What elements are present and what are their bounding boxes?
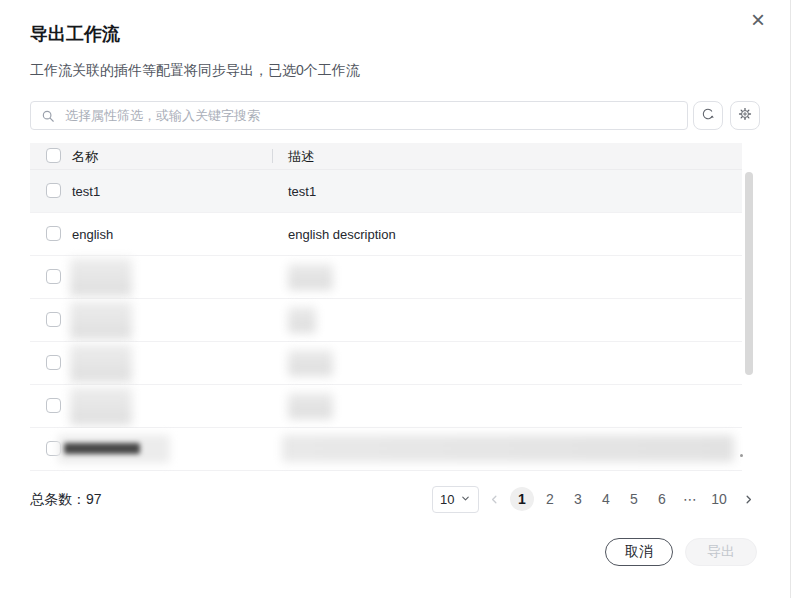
cancel-button[interactable]: 取消 [605,538,673,566]
pagination-ellipsis[interactable]: ⋯ [678,487,702,511]
close-icon[interactable]: × [744,6,772,34]
chevron-down-icon [460,492,471,507]
dialog-title: 导出工作流 [30,22,120,46]
table-row[interactable] [30,385,742,428]
column-header-name: 名称 [72,148,98,166]
page-button-5[interactable]: 5 [622,487,646,511]
refresh-button[interactable] [693,101,723,130]
total-count-value: 97 [86,491,102,507]
redacted-name [70,258,132,296]
select-all-checkbox[interactable] [46,148,61,163]
total-count: 总条数：97 [30,491,102,509]
table-row[interactable] [30,342,742,385]
table-row[interactable] [30,256,742,299]
row-checkbox[interactable] [46,269,61,284]
chevron-right-icon [742,493,755,506]
row-desc: test1 [288,184,316,199]
refresh-icon [700,106,716,126]
settings-button[interactable] [730,101,760,130]
search-box[interactable] [30,101,688,130]
chevron-left-icon [488,493,501,506]
search-input[interactable] [63,107,687,124]
redacted-name-text [64,443,140,454]
page-button-4[interactable]: 4 [594,487,618,511]
redacted-name [70,301,132,339]
export-button[interactable]: 导出 [685,538,757,566]
workflow-table: 名称 描述 test1 test1 english english descri… [30,143,742,471]
table-row[interactable] [30,299,742,342]
row-checkbox[interactable] [46,355,61,370]
redacted-desc [282,435,734,462]
export-workflow-dialog: × 导出工作流 工作流关联的插件等配置将同步导出，已选0个工作流 [0,0,791,598]
page-size-value: 10 [440,492,454,507]
page-button-2[interactable]: 2 [538,487,562,511]
pagination: 1 2 3 4 5 6 ⋯ 10 [482,487,760,511]
row-checkbox[interactable] [46,183,61,198]
table-scrollbar-thumb[interactable] [745,172,753,375]
dialog-subtitle: 工作流关联的插件等配置将同步导出，已选0个工作流 [30,62,360,80]
redacted-desc [288,307,316,333]
prev-page-button[interactable] [482,487,506,511]
page-size-select[interactable]: 10 [432,486,479,513]
page-button-6[interactable]: 6 [650,487,674,511]
table-row[interactable]: test1 test1 [30,170,742,213]
row-checkbox[interactable] [46,226,61,241]
table-row[interactable] [30,428,742,471]
gear-icon [737,106,753,126]
row-name: english [72,227,113,242]
redacted-desc [288,350,333,376]
table-header: 名称 描述 [30,143,742,170]
page-button-1[interactable]: 1 [510,487,534,511]
redacted-desc-period [740,454,743,457]
total-count-label: 总条数： [30,491,86,507]
page-button-10[interactable]: 10 [706,487,732,511]
column-header-desc: 描述 [288,148,314,166]
redacted-name [70,344,132,382]
redacted-name [70,387,132,425]
redacted-desc [288,393,333,419]
table-row[interactable]: english english description [30,213,742,256]
redacted-desc [288,264,333,290]
row-name: test1 [72,184,100,199]
row-checkbox[interactable] [46,398,61,413]
row-desc: english description [288,227,396,242]
search-icon [41,109,55,123]
page-button-3[interactable]: 3 [566,487,590,511]
column-divider [272,149,273,163]
next-page-button[interactable] [736,487,760,511]
row-checkbox[interactable] [46,312,61,327]
